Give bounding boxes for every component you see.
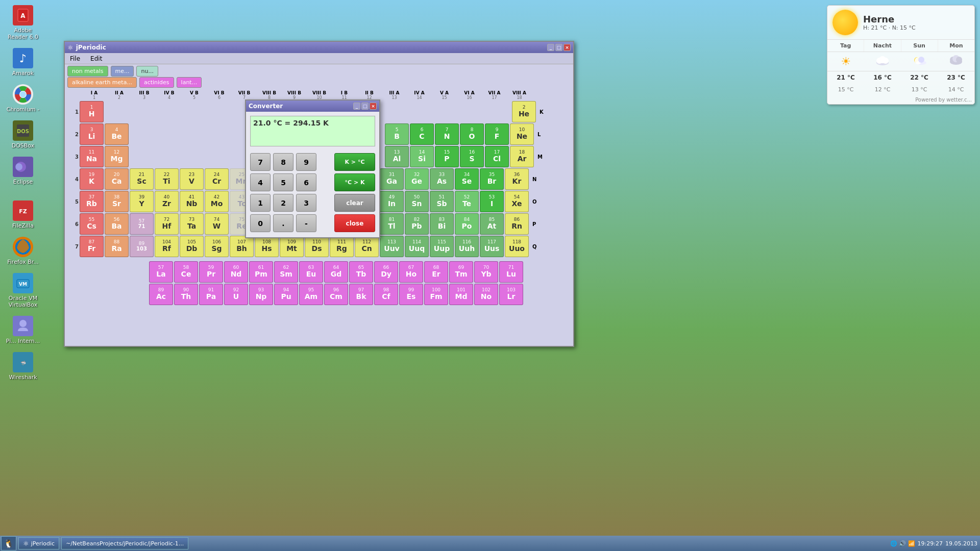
element-Db[interactable]: 105Db xyxy=(180,236,204,257)
element-Sg[interactable]: 106Sg xyxy=(205,236,229,257)
element-Si[interactable]: 14Si xyxy=(410,146,434,167)
element-Pb[interactable]: 82Pb xyxy=(405,213,429,235)
btn-dot[interactable]: . xyxy=(273,214,293,232)
btn-close[interactable]: close xyxy=(334,214,375,232)
element-Cs[interactable]: 55Cs xyxy=(80,213,104,235)
element-Y[interactable]: 39Y xyxy=(130,191,154,212)
element-Fm[interactable]: 100Fm xyxy=(424,284,448,305)
btn-6[interactable]: 6 xyxy=(296,173,316,191)
jperiodic-titlebar[interactable]: ⚛ jPeriodic _ □ × xyxy=(65,42,573,53)
menu-file[interactable]: File xyxy=(67,54,83,63)
element-Uuh[interactable]: 116Uuh xyxy=(455,236,479,257)
element-Tm[interactable]: 69Tm xyxy=(449,261,473,283)
element-Kr[interactable]: 36Kr xyxy=(505,168,529,190)
legend-lanthanides[interactable]: lant... xyxy=(177,77,202,88)
element-Ds[interactable]: 110Ds xyxy=(305,236,329,257)
element-Be[interactable]: 4Be xyxy=(105,123,129,145)
element-Uus[interactable]: 117Uus xyxy=(480,236,504,257)
icon-firefox[interactable]: Firefox Br... xyxy=(5,237,41,265)
element-Eu[interactable]: 63Eu xyxy=(299,261,323,283)
legend-alkaline[interactable]: alkaline earth meta... xyxy=(67,77,137,88)
element-Ac[interactable]: 89Ac xyxy=(149,284,173,305)
btn-3[interactable]: 3 xyxy=(296,194,316,212)
minimize-button[interactable]: _ xyxy=(547,44,554,51)
element-Sc[interactable]: 21Sc xyxy=(130,168,154,190)
element-Uuq[interactable]: 114Uuq xyxy=(405,236,429,257)
element-Ge[interactable]: 32Ge xyxy=(405,168,429,190)
element-Er[interactable]: 68Er xyxy=(424,261,448,283)
element-Md[interactable]: 101Md xyxy=(449,284,473,305)
element-Nb[interactable]: 41Nb xyxy=(180,191,204,212)
converter-close-btn[interactable]: × xyxy=(370,103,377,110)
element-Cf[interactable]: 98Cf xyxy=(374,284,398,305)
btn-4[interactable]: 4 xyxy=(250,173,271,191)
icon-dosbox[interactable]: DOS DOSBox xyxy=(5,120,41,149)
legend-actinides[interactable]: actinides xyxy=(139,77,174,88)
element-Rn[interactable]: 86Rn xyxy=(505,213,529,235)
element-Sn[interactable]: 50Sn xyxy=(405,191,429,212)
element-Se[interactable]: 34Se xyxy=(455,168,479,190)
element-Ar[interactable]: 18Ar xyxy=(510,146,534,167)
element-Ne[interactable]: 10Ne xyxy=(510,123,534,145)
close-window-button[interactable]: × xyxy=(564,44,571,51)
converter-maximize[interactable]: □ xyxy=(361,103,369,110)
element-Es[interactable]: 99Es xyxy=(399,284,423,305)
element-Rf[interactable]: 104Rf xyxy=(155,236,179,257)
element-Bh[interactable]: 107Bh xyxy=(230,236,254,257)
element-B[interactable]: 5B xyxy=(385,123,409,145)
element-Lr[interactable]: 103Lr xyxy=(499,284,523,305)
element-Mt[interactable]: 109Mt xyxy=(280,236,304,257)
btn-minus[interactable]: - xyxy=(296,214,316,232)
element-Ra[interactable]: 88Ra xyxy=(105,236,129,257)
element-Mo[interactable]: 42Mo xyxy=(205,191,229,212)
element-Uut[interactable]: 113Uuv xyxy=(380,236,404,257)
btn-k-to-c[interactable]: K > °C xyxy=(334,153,375,171)
converter-minimize[interactable]: _ xyxy=(353,103,360,110)
maximize-button[interactable]: □ xyxy=(555,44,562,51)
element-Tl[interactable]: 81Tl xyxy=(380,213,404,235)
element-La[interactable]: 57La xyxy=(149,261,173,283)
element-Cm[interactable]: 96Cm xyxy=(324,284,348,305)
element-Uuo[interactable]: 118Uuo xyxy=(505,236,529,257)
element-Th[interactable]: 90Th xyxy=(174,284,198,305)
element-Pm[interactable]: 61Pm xyxy=(249,261,273,283)
legend-metals[interactable]: me... xyxy=(111,66,134,77)
btn-2[interactable]: 2 xyxy=(273,194,293,212)
element-As[interactable]: 33As xyxy=(430,168,454,190)
element-Ca[interactable]: 20Ca xyxy=(105,168,129,190)
element-89-103[interactable]: 89103 xyxy=(130,236,154,257)
element-Te[interactable]: 52Te xyxy=(455,191,479,212)
element-O[interactable]: 8O xyxy=(460,123,484,145)
element-Zr[interactable]: 40Zr xyxy=(155,191,179,212)
converter-titlebar[interactable]: Converter _ □ × xyxy=(246,101,379,112)
btn-1[interactable]: 1 xyxy=(250,194,271,212)
element-Pr[interactable]: 59Pr xyxy=(199,261,223,283)
element-Rg[interactable]: 111Rg xyxy=(330,236,354,257)
btn-c-to-k[interactable]: °C > K xyxy=(334,173,375,191)
element-Bk[interactable]: 97Bk xyxy=(349,284,373,305)
icon-eclipse[interactable]: Eclipse xyxy=(5,157,41,185)
start-button[interactable]: 🐧 xyxy=(1,536,16,550)
element-Li[interactable]: 3Li xyxy=(80,123,104,145)
element-Ho[interactable]: 67Ho xyxy=(399,261,423,283)
element-F[interactable]: 9F xyxy=(485,123,509,145)
element-W[interactable]: 74W xyxy=(205,213,229,235)
element-Pu[interactable]: 94Pu xyxy=(274,284,298,305)
element-Yb[interactable]: 70Yb xyxy=(474,261,498,283)
element-Bi[interactable]: 83Bi xyxy=(430,213,454,235)
element-Sm[interactable]: 62Sm xyxy=(274,261,298,283)
element-Na[interactable]: 11Na xyxy=(80,146,104,167)
element-Hs[interactable]: 108Hs xyxy=(255,236,279,257)
element-Sb[interactable]: 51Sb xyxy=(430,191,454,212)
element-Ti[interactable]: 22Ti xyxy=(155,168,179,190)
element-Ta[interactable]: 73Ta xyxy=(180,213,204,235)
element-Dy[interactable]: 66Dy xyxy=(374,261,398,283)
icon-oracle-vm[interactable]: VM Oracle VM VirtualBox xyxy=(5,273,41,308)
element-Ga[interactable]: 31Ga xyxy=(380,168,404,190)
element-Sr[interactable]: 38Sr xyxy=(105,191,129,212)
element-V[interactable]: 23V xyxy=(180,168,204,190)
element-Rb[interactable]: 37Rb xyxy=(80,191,104,212)
element-U[interactable]: 92U xyxy=(224,284,248,305)
btn-5[interactable]: 5 xyxy=(273,173,293,191)
element-Ba[interactable]: 56Ba xyxy=(105,213,129,235)
